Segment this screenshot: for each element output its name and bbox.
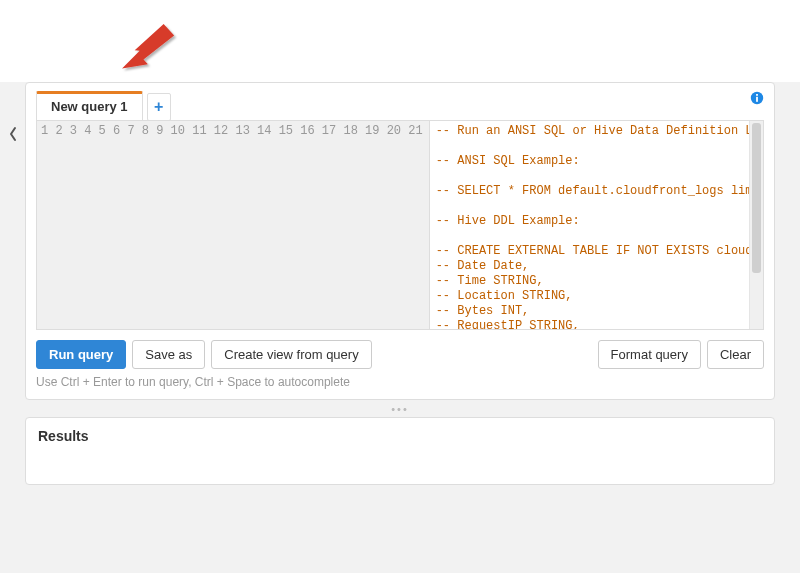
svg-rect-3 [756,94,758,96]
clear-button[interactable]: Clear [707,340,764,369]
svg-rect-2 [756,97,758,102]
save-as-button[interactable]: Save as [132,340,205,369]
query-tabs: New query 1 + [36,91,764,121]
results-title: Results [38,428,762,444]
results-panel: Results [25,417,775,485]
line-gutter: 1 2 3 4 5 6 7 8 9 10 11 12 13 14 15 16 1… [37,121,430,329]
create-view-button[interactable]: Create view from query [211,340,371,369]
code-area[interactable]: -- Run an ANSI SQL or Hive Data Definiti… [430,121,749,329]
tab-new-query-1[interactable]: New query 1 [36,91,143,121]
collapse-sidebar-button[interactable] [6,118,20,150]
sql-editor[interactable]: 1 2 3 4 5 6 7 8 9 10 11 12 13 14 15 16 1… [36,120,764,330]
run-query-button[interactable]: Run query [36,340,126,369]
panel-resize-handle[interactable]: ••• [25,400,775,417]
info-icon[interactable] [750,91,764,105]
query-editor-panel: New query 1 + 1 2 3 4 5 6 7 8 9 10 11 12… [25,82,775,400]
plus-icon: + [154,98,163,116]
format-query-button[interactable]: Format query [598,340,701,369]
tab-label: New query 1 [51,99,128,114]
add-tab-button[interactable]: + [147,93,171,121]
keyboard-hint: Use Ctrl + Enter to run query, Ctrl + Sp… [36,375,764,389]
editor-actions: Run query Save as Create view from query… [36,340,764,369]
scrollbar-thumb[interactable] [752,123,761,273]
editor-scrollbar[interactable] [749,121,763,329]
